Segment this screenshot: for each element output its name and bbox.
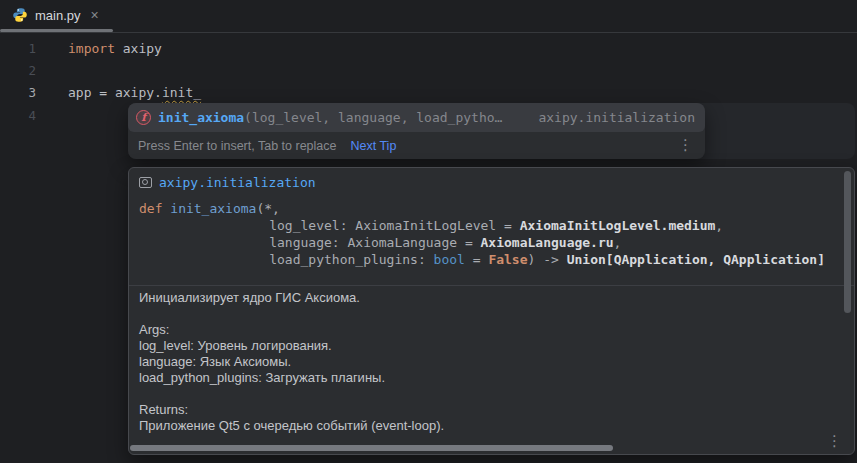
doc-returns-text: Приложение Qt5 с очередью событий (event…	[139, 418, 828, 434]
doc-returns-label: Returns:	[139, 402, 828, 418]
python-file-icon	[12, 7, 28, 23]
signature-param-1: log_level: AxiomaInitLogLevel = AxiomaIn…	[139, 217, 825, 234]
completion-item-name: init_axioma	[158, 110, 244, 125]
function-signature: def init_axioma(*, log_level: AxiomaInit…	[139, 200, 825, 268]
code-text: app = axipy.	[68, 85, 162, 100]
signature-args-open: (*,	[256, 201, 279, 216]
signature-param-2: language: AxiomaLanguage = AxiomaLanguag…	[139, 234, 825, 251]
param-default-value: AxiomaInitLogLevel.medium	[520, 218, 716, 233]
kebab-menu-icon[interactable]: ⋮	[678, 138, 693, 153]
line-number[interactable]: 4	[0, 108, 36, 124]
quick-documentation-popup: axipy.initialization def init_axioma(*, …	[128, 167, 855, 455]
completion-item-params: (log_level, language, load_pytho…	[244, 110, 502, 125]
line-number-current[interactable]: 3	[0, 85, 36, 101]
signature-function-name: init_axioma	[170, 201, 256, 216]
doc-description: Инициализирует ядро ГИС Аксиома. Args: l…	[139, 290, 828, 434]
tab-main-py[interactable]: main.py ×	[0, 0, 109, 30]
editor-tab-bar: main.py ×	[0, 0, 857, 33]
ide-window: main.py × 1 2 3 4 import axipy app = axi…	[0, 0, 857, 463]
signature-close: ) ->	[528, 252, 567, 267]
import-keyword: import	[68, 41, 115, 56]
completion-hint-text: Press Enter to insert, Tab to replace	[138, 139, 336, 153]
horizontal-scrollbar-thumb[interactable]	[130, 445, 613, 451]
completion-item-selected[interactable]: f init_axioma (log_level, language, load…	[128, 103, 705, 132]
def-keyword: def	[139, 201, 170, 216]
completion-hint-bar: Press Enter to insert, Tab to replace Ne…	[128, 132, 705, 159]
signature-param-3: load_python_plugins: bool = False) -> Un…	[139, 251, 825, 268]
code-line-1: import axipy	[68, 41, 162, 57]
doc-arg-item: language: Язык Аксиомы.	[139, 354, 828, 370]
line-number[interactable]: 2	[0, 63, 36, 79]
code-line-3: app = axipy.init_	[68, 85, 201, 101]
param-type: bool	[434, 252, 465, 267]
param-text: log_level: AxiomaInitLogLevel =	[269, 218, 519, 233]
doc-module-name: axipy.initialization	[159, 175, 316, 190]
doc-module-header: axipy.initialization	[139, 175, 316, 190]
module-icon	[139, 177, 152, 188]
next-tip-link[interactable]: Next Tip	[350, 139, 396, 153]
param-default-value: AxiomaLanguage.ru	[481, 235, 614, 250]
active-tab-indicator	[0, 29, 113, 32]
doc-summary: Инициализирует ядро ГИС Аксиома.	[139, 290, 828, 306]
vertical-scrollbar-thumb[interactable]	[844, 171, 851, 313]
import-module: axipy	[115, 41, 162, 56]
doc-args-label: Args:	[139, 322, 828, 338]
doc-divider	[129, 285, 854, 286]
param-text: load_python_plugins:	[269, 252, 433, 267]
param-separator: ,	[614, 235, 622, 250]
autocomplete-popup: f init_axioma (log_level, language, load…	[128, 103, 705, 159]
function-icon: f	[136, 110, 151, 125]
doc-kebab-menu-icon[interactable]: ⋮	[827, 433, 842, 448]
return-type: Union[QApplication, QApplication]	[567, 252, 825, 267]
doc-arg-item: log_level: Уровень логирования.	[139, 338, 828, 354]
completion-item-module: axipy.initialization	[520, 110, 695, 125]
unresolved-reference-token: init_	[162, 85, 201, 100]
close-icon[interactable]: ×	[91, 8, 99, 22]
param-default-value: False	[488, 252, 527, 267]
line-number[interactable]: 1	[0, 41, 36, 57]
param-equals: =	[465, 252, 488, 267]
tab-title: main.py	[35, 8, 81, 23]
doc-arg-item: load_python_plugins: Загружать плагины.	[139, 370, 828, 386]
param-text: language: AxiomaLanguage =	[269, 235, 480, 250]
param-separator: ,	[715, 218, 723, 233]
